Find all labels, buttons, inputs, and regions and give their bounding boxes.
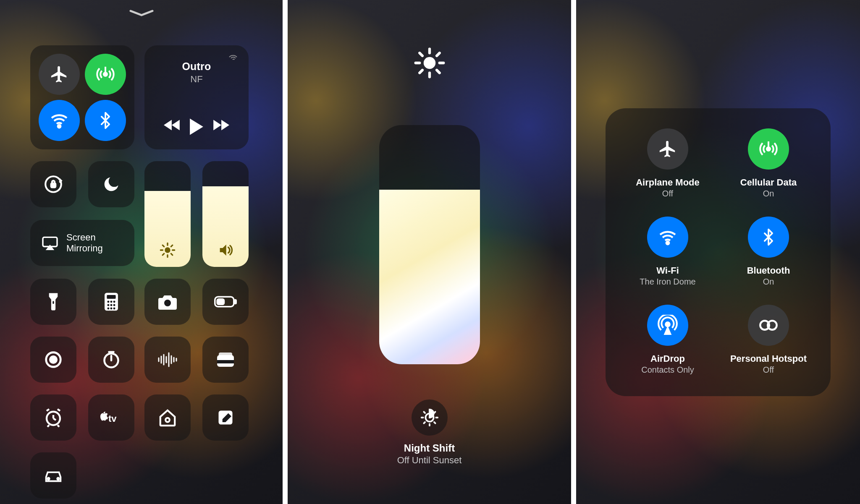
record-icon	[44, 350, 63, 369]
svg-point-19	[110, 301, 113, 303]
svg-line-73	[424, 412, 425, 413]
home-button[interactable]	[144, 394, 191, 441]
svg-point-25	[110, 307, 113, 309]
svg-point-59	[423, 57, 435, 69]
svg-line-65	[437, 70, 440, 73]
brightness-slider-large-fill	[379, 190, 480, 364]
control-center-panel: Outro NF Screen Mirroring	[0, 0, 283, 504]
wifi-button[interactable]: Wi-Fi The Iron Dome	[626, 217, 710, 287]
voice-memos-button[interactable]	[144, 337, 191, 383]
volume-slider[interactable]	[202, 161, 249, 267]
media-card[interactable]: Outro NF	[144, 45, 249, 149]
svg-point-2	[58, 125, 60, 128]
svg-point-55	[165, 418, 170, 422]
svg-line-12	[163, 253, 164, 255]
svg-line-74	[434, 422, 435, 423]
camera-icon	[157, 294, 178, 310]
airdrop-icon	[657, 315, 678, 336]
screen-record-button[interactable]	[30, 337, 76, 383]
svg-rect-46	[217, 360, 234, 363]
airdrop-status: Contacts Only	[626, 365, 710, 375]
bluetooth-button[interactable]: Bluetooth On	[726, 217, 810, 287]
svg-line-75	[424, 422, 425, 423]
calculator-icon	[104, 292, 119, 311]
bluetooth-label: Bluetooth	[726, 265, 810, 276]
brightness-slider-large[interactable]	[379, 125, 480, 364]
carplay-button[interactable]	[30, 452, 76, 499]
svg-rect-4	[51, 183, 55, 187]
wifi-icon	[658, 227, 678, 247]
svg-line-50	[47, 409, 49, 411]
flashlight-button[interactable]	[30, 279, 76, 325]
calculator-button[interactable]	[88, 279, 134, 325]
svg-line-64	[420, 53, 422, 56]
night-shift-button[interactable]	[412, 400, 448, 436]
svg-point-21	[107, 304, 109, 306]
cellular-data-toggle[interactable]	[85, 54, 126, 95]
rotation-lock-button[interactable]	[30, 161, 76, 207]
svg-line-49	[53, 418, 56, 420]
svg-point-22	[110, 304, 113, 306]
home-icon	[158, 408, 177, 427]
bluetooth-icon	[96, 111, 115, 130]
bluetooth-toggle[interactable]	[85, 100, 126, 141]
wifi-status: The Iron Dome	[626, 277, 710, 287]
volume-icon	[202, 242, 249, 259]
personal-hotspot-button[interactable]: Personal Hotspot Off	[726, 305, 810, 375]
connectivity-card-expanded: Airplane Mode Off Cellular Data On Wi-Fi…	[606, 108, 831, 396]
screen-mirroring-label: Screen Mirroring	[66, 232, 103, 254]
connectivity-card[interactable]	[30, 45, 134, 149]
wifi-toggle[interactable]	[39, 100, 80, 141]
svg-line-53	[58, 425, 59, 427]
airplane-mode-button[interactable]: Airplane Mode Off	[626, 128, 710, 198]
cellular-data-status: On	[726, 189, 810, 198]
notes-button[interactable]	[202, 394, 249, 441]
flashlight-icon	[47, 292, 60, 312]
svg-point-57	[47, 478, 50, 480]
svg-point-58	[57, 478, 59, 480]
svg-point-79	[666, 241, 669, 244]
brightness-icon	[144, 242, 191, 259]
cellular-data-button[interactable]: Cellular Data On	[726, 128, 810, 198]
timer-button[interactable]	[88, 337, 134, 383]
previous-track-button[interactable]	[164, 118, 181, 133]
svg-line-10	[163, 245, 164, 247]
brightness-expanded-panel: Night Shift Off Until Sunset	[288, 0, 571, 504]
chevron-down-icon	[129, 9, 154, 18]
airplane-mode-toggle[interactable]	[39, 54, 80, 95]
battery-icon	[214, 296, 237, 308]
airdrop-button[interactable]: AirDrop Contacts Only	[626, 305, 710, 375]
wallet-button[interactable]	[202, 337, 249, 383]
svg-point-24	[107, 307, 109, 309]
svg-point-26	[113, 307, 115, 309]
svg-line-67	[437, 53, 440, 56]
wallet-icon	[215, 352, 236, 368]
svg-line-52	[47, 425, 49, 427]
svg-rect-17	[107, 295, 115, 299]
svg-point-23	[113, 304, 115, 306]
svg-line-11	[171, 253, 173, 255]
low-power-mode-button[interactable]	[202, 279, 249, 325]
svg-point-27	[164, 300, 171, 306]
wifi-label: Wi-Fi	[626, 265, 710, 276]
apple-tv-remote-button[interactable]: tv	[88, 394, 134, 441]
do-not-disturb-button[interactable]	[88, 161, 134, 207]
alarm-button[interactable]	[30, 394, 76, 441]
svg-rect-29	[235, 300, 236, 304]
cellular-icon	[95, 64, 115, 84]
screen-mirroring-button[interactable]: Screen Mirroring	[30, 220, 134, 266]
wifi-icon	[49, 110, 69, 131]
night-shift-icon	[420, 408, 439, 427]
cellular-icon	[758, 139, 779, 159]
camera-button[interactable]	[144, 279, 191, 325]
apple-tv-icon: tv	[99, 410, 123, 425]
media-title: Outro	[144, 60, 249, 73]
cellular-data-label: Cellular Data	[726, 177, 810, 188]
airplane-mode-label: Airplane Mode	[626, 177, 710, 188]
next-track-button[interactable]	[212, 118, 229, 133]
svg-point-18	[107, 301, 109, 303]
brightness-slider[interactable]	[144, 161, 191, 267]
connectivity-expanded-panel: Airplane Mode Off Cellular Data On Wi-Fi…	[576, 0, 860, 504]
panel-divider	[571, 0, 576, 504]
play-button[interactable]	[188, 118, 205, 136]
